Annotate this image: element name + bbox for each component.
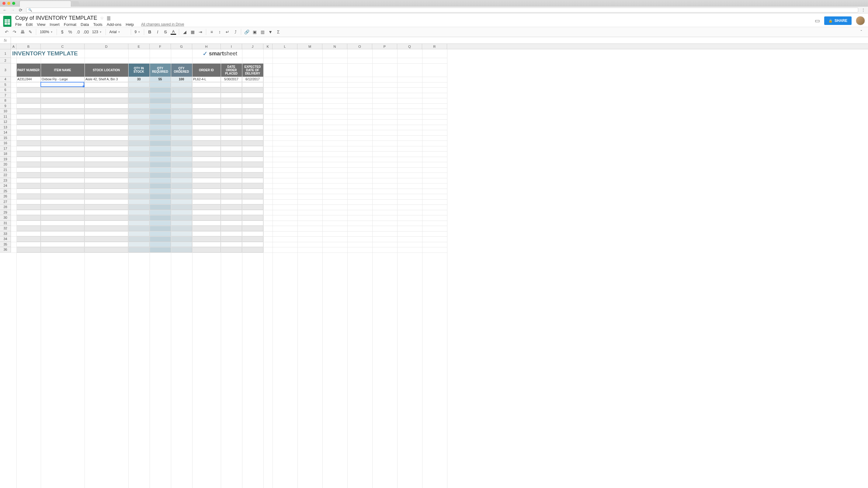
col-header-M[interactable]: M (298, 44, 322, 49)
row-header-25[interactable]: 25 (0, 189, 11, 194)
cell[interactable] (17, 82, 41, 88)
select-all-corner[interactable] (0, 44, 11, 49)
cell[interactable] (85, 242, 128, 247)
cell[interactable] (41, 93, 85, 98)
cell[interactable] (242, 103, 264, 109)
cell[interactable] (41, 199, 85, 205)
cell[interactable] (150, 189, 171, 194)
row-header-21[interactable]: 21 (0, 167, 11, 173)
row-header-3[interactable]: 3 (0, 63, 11, 77)
cell[interactable] (192, 194, 221, 199)
cell[interactable] (85, 220, 128, 226)
row-header-5[interactable]: 5 (0, 82, 11, 88)
cell[interactable] (242, 93, 264, 98)
row-header-1[interactable]: 1 (0, 49, 11, 58)
text-color-icon[interactable]: A (170, 30, 176, 35)
cell[interactable] (17, 242, 41, 247)
bold-icon[interactable]: B (146, 28, 153, 36)
cell[interactable] (221, 231, 242, 237)
folder-icon[interactable]: ▇ (107, 16, 111, 20)
row-header-8[interactable]: 8 (0, 98, 11, 103)
cell[interactable] (150, 220, 171, 226)
cell[interactable]: 33 (128, 77, 150, 82)
cell[interactable] (85, 162, 128, 167)
cell[interactable] (171, 215, 192, 220)
row-header-2[interactable]: 2 (0, 58, 11, 63)
cell[interactable] (41, 162, 85, 167)
row-header-23[interactable]: 23 (0, 178, 11, 183)
row-header-35[interactable]: 35 (0, 242, 11, 247)
cell[interactable] (192, 220, 221, 226)
cell[interactable] (17, 146, 41, 152)
insert-comment-icon[interactable]: ▣ (251, 28, 258, 36)
cell[interactable] (128, 82, 150, 88)
cell[interactable] (150, 114, 171, 120)
cell[interactable] (150, 242, 171, 247)
cell[interactable] (41, 173, 85, 178)
cell[interactable] (41, 215, 85, 220)
row-header-19[interactable]: 19 (0, 157, 11, 162)
cell[interactable] (85, 125, 128, 130)
col-header-I[interactable]: I (221, 44, 242, 49)
format-percent-icon[interactable]: % (67, 28, 74, 36)
cell[interactable] (242, 162, 264, 167)
formula-input[interactable] (11, 37, 868, 43)
cell[interactable] (171, 220, 192, 226)
functions-icon[interactable]: Σ (275, 28, 282, 36)
cell[interactable] (171, 141, 192, 146)
row-header-30[interactable]: 30 (0, 215, 11, 220)
cell[interactable] (221, 178, 242, 183)
cell[interactable] (85, 141, 128, 146)
redo-icon[interactable]: ↷ (11, 28, 18, 36)
cell[interactable] (41, 87, 85, 93)
cell[interactable] (242, 98, 264, 103)
cell[interactable] (242, 210, 264, 215)
borders-icon[interactable]: ▦ (189, 28, 196, 36)
cell[interactable] (85, 135, 128, 141)
cell[interactable] (128, 189, 150, 194)
row-header-36[interactable]: 36 (0, 247, 11, 252)
cell[interactable] (17, 119, 41, 125)
merge-cells-icon[interactable]: ⇥ (197, 28, 204, 36)
cell[interactable]: 5/30/2017 (221, 77, 242, 82)
cell[interactable] (128, 220, 150, 226)
menu-format[interactable]: Format (64, 22, 76, 27)
italic-icon[interactable]: I (154, 28, 161, 36)
cell[interactable] (221, 189, 242, 194)
row-header-18[interactable]: 18 (0, 151, 11, 157)
cell[interactable] (128, 114, 150, 120)
cell[interactable] (171, 146, 192, 152)
cell[interactable] (242, 125, 264, 130)
cell[interactable] (150, 226, 171, 231)
insert-link-icon[interactable]: 🔗 (243, 28, 250, 36)
row-header-7[interactable]: 7 (0, 93, 11, 98)
col-header-E[interactable]: E (128, 44, 150, 49)
cell[interactable] (128, 151, 150, 157)
cell[interactable] (17, 135, 41, 141)
browser-tab[interactable] (20, 1, 71, 7)
cell[interactable] (128, 119, 150, 125)
row-header-33[interactable]: 33 (0, 231, 11, 237)
cell[interactable] (242, 194, 264, 199)
row-header-34[interactable]: 34 (0, 236, 11, 242)
row-header-20[interactable]: 20 (0, 162, 11, 167)
cell[interactable] (17, 109, 41, 114)
cell[interactable] (242, 183, 264, 189)
cell[interactable] (221, 135, 242, 141)
paint-format-icon[interactable]: ✎ (27, 28, 34, 36)
col-header-J[interactable]: J (242, 44, 264, 49)
cell[interactable] (17, 178, 41, 183)
cell[interactable] (221, 210, 242, 215)
menu-addons[interactable]: Add-ons (107, 22, 121, 27)
cell[interactable] (128, 141, 150, 146)
row-header-11[interactable]: 11 (0, 114, 11, 120)
cell[interactable] (221, 220, 242, 226)
sheets-logo-icon[interactable] (3, 16, 11, 27)
doc-title[interactable]: Copy of INVENTORY TEMPLATE (15, 15, 97, 21)
cell[interactable] (192, 151, 221, 157)
cell[interactable] (85, 82, 128, 88)
avatar[interactable] (856, 16, 865, 25)
cell[interactable] (85, 87, 128, 93)
cell[interactable] (150, 173, 171, 178)
cell[interactable] (150, 93, 171, 98)
